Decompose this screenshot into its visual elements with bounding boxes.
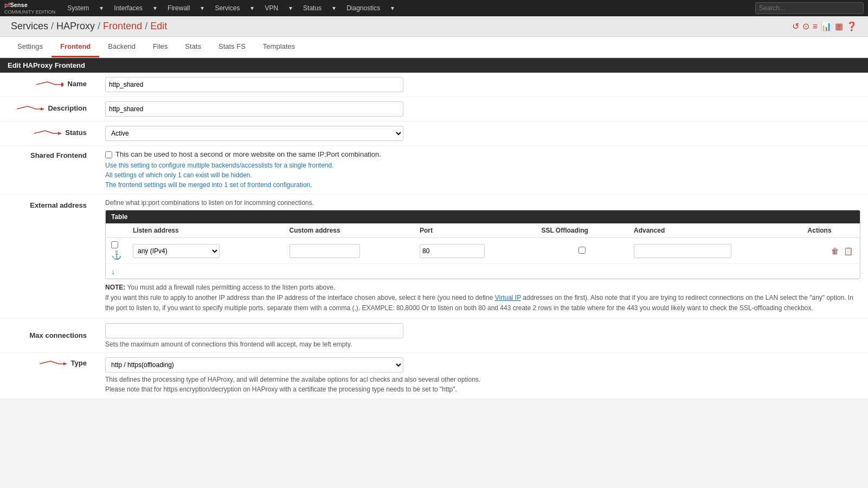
external-address-label: External address — [0, 195, 98, 318]
row-select-checkbox[interactable] — [111, 241, 118, 248]
col-actions-header: Actions — [802, 223, 860, 238]
nav-item-services[interactable]: Services▾ — [209, 0, 259, 16]
name-row: Name — [0, 73, 868, 97]
inner-table: Listen address Custom address Port SSL O… — [106, 223, 860, 279]
external-address-section: External address Define what ip:port com… — [0, 195, 868, 319]
breadcrumb-services: Services — [11, 21, 48, 32]
col-advanced-header: Advanced — [628, 223, 802, 238]
chevron-icon: ▾ — [327, 0, 341, 16]
port-cell — [414, 238, 536, 264]
search-input[interactable] — [755, 2, 864, 14]
nav-item-firewall[interactable]: Firewall▾ — [162, 0, 209, 16]
shared-frontend-checkbox[interactable] — [105, 151, 112, 158]
breadcrumb-haproxy: HAProxy — [56, 21, 95, 32]
breadcrumb-edit[interactable]: Edit — [150, 21, 167, 32]
search-area — [755, 2, 864, 14]
tab-frontend[interactable]: Frontend — [52, 37, 99, 57]
max-connections-help: Sets the maximum amount of connections t… — [105, 341, 860, 348]
tab-files[interactable]: Files — [144, 37, 176, 57]
note-text: NOTE: You must add a firewall rules perm… — [105, 282, 860, 314]
arrow-annotation-name — [36, 79, 63, 90]
separator: / — [145, 21, 147, 32]
custom-address-input[interactable] — [290, 244, 360, 258]
tab-stats[interactable]: Stats — [176, 37, 210, 57]
nav-item-interfaces[interactable]: Interfaces▾ — [108, 0, 162, 16]
actions-cell: 🗑 📋 — [802, 238, 860, 264]
status-row: Status Active Inactive — [0, 121, 868, 146]
breadcrumb-icons: ↺ ⊙ ≡ 📊 ▦ ❓ — [792, 21, 857, 31]
inner-table-header: Table — [106, 210, 860, 223]
inner-table-header-row: Listen address Custom address Port SSL O… — [106, 223, 860, 238]
max-connections-section: Max connections Sets the maximum amount … — [0, 319, 868, 399]
arrow-annotation-type — [40, 358, 67, 369]
tab-settings[interactable]: Settings — [9, 37, 52, 57]
advanced-input[interactable] — [634, 244, 731, 258]
tab-templates[interactable]: Templates — [254, 37, 304, 57]
external-address-desc: Define what ip:port combinations to list… — [105, 199, 860, 207]
shared-frontend-label: Shared Frontend — [0, 146, 98, 195]
chart-icon[interactable]: 📊 — [821, 21, 832, 31]
sort-arrow-cell: ↓ — [106, 264, 860, 279]
copy-row-button[interactable]: 📋 — [842, 247, 854, 255]
separator: / — [51, 21, 54, 32]
max-connections-label: Max connections — [0, 319, 98, 353]
anchor-icon: ⚓ — [111, 251, 122, 260]
chevron-icon: ▾ — [94, 0, 108, 16]
listen-address-select[interactable]: any (IPv4) any (IPv6) any localhost — [133, 244, 220, 258]
listen-address-cell: any (IPv4) any (IPv6) any localhost — [127, 238, 284, 264]
description-row: Description — [0, 97, 868, 121]
section-header: Edit HAProxy Frontend — [0, 58, 868, 73]
type-desc: This defines the processing type of HAPr… — [105, 375, 860, 394]
breadcrumb-frontend[interactable]: Frontend — [103, 21, 142, 32]
status-value-cell: Active Inactive — [98, 121, 868, 146]
chevron-icon: ▾ — [245, 0, 259, 16]
nav-item-system[interactable]: System▾ — [62, 0, 108, 16]
status-select[interactable]: Active Inactive — [105, 126, 403, 141]
type-row: Type http / https(offloading) tcp http-k… — [0, 352, 868, 399]
ssl-cell — [536, 238, 628, 264]
top-navbar: pfSenseCOMMUNITY EDITION System▾ Interfa… — [0, 0, 868, 16]
col-port-header: Port — [414, 223, 536, 238]
nav-item-vpn[interactable]: VPN▾ — [259, 0, 298, 16]
sort-arrow-row: ↓ — [106, 264, 860, 279]
ssl-checkbox[interactable] — [578, 247, 586, 254]
list-icon[interactable]: ≡ — [813, 22, 818, 31]
chevron-icon: ▾ — [195, 0, 209, 16]
chevron-icon: ▾ — [385, 0, 400, 16]
separator: / — [98, 21, 100, 32]
row-checkbox-cell: ⚓ — [106, 238, 127, 264]
external-address-row: External address Define what ip:port com… — [0, 195, 868, 318]
virtual-ip-link[interactable]: Virtual IP — [495, 294, 521, 301]
nav-menu: System▾ Interfaces▾ Firewall▾ Services▾ … — [62, 0, 755, 16]
nav-item-status[interactable]: Status▾ — [298, 0, 341, 16]
arrow-annotation-status — [34, 128, 61, 139]
description-input[interactable] — [105, 101, 403, 117]
advanced-cell — [628, 238, 802, 264]
svg-marker-2 — [63, 362, 67, 365]
grid-icon[interactable]: ▦ — [835, 21, 843, 31]
arrow-annotation-desc — [17, 104, 44, 114]
col-checkbox-header — [106, 223, 127, 238]
tab-stats-fs[interactable]: Stats FS — [210, 37, 254, 57]
max-connections-input[interactable] — [105, 323, 403, 338]
name-label: Name — [0, 73, 98, 97]
brand-logo: pfSenseCOMMUNITY EDITION — [4, 2, 55, 15]
help-icon[interactable]: ❓ — [846, 21, 857, 31]
shared-frontend-desc: Use this setting to configure multiple b… — [105, 160, 860, 190]
max-connections-value-cell: Sets the maximum amount of connections t… — [98, 319, 868, 353]
breadcrumb-area: Services / HAProxy / Frontend / Edit ↺ ⊙… — [0, 16, 868, 37]
delete-row-button[interactable]: 🗑 — [830, 247, 840, 255]
nav-item-diagnostics[interactable]: Diagnostics▾ — [341, 0, 400, 16]
stop-icon[interactable]: ⊙ — [802, 21, 809, 31]
reload-icon[interactable]: ↺ — [792, 21, 799, 31]
col-custom-header: Custom address — [284, 223, 414, 238]
svg-marker-1 — [58, 132, 61, 135]
name-input[interactable] — [105, 77, 403, 92]
col-ssl-header: SSL Offloading — [536, 223, 628, 238]
type-select[interactable]: http / https(offloading) tcp http-keep-a… — [105, 357, 403, 373]
tab-backend[interactable]: Backend — [99, 37, 144, 57]
main-content: Edit HAProxy Frontend Name — [0, 58, 868, 399]
name-value-cell — [98, 73, 868, 97]
external-address-value-cell: Define what ip:port combinations to list… — [98, 195, 868, 318]
port-input[interactable] — [420, 244, 485, 258]
